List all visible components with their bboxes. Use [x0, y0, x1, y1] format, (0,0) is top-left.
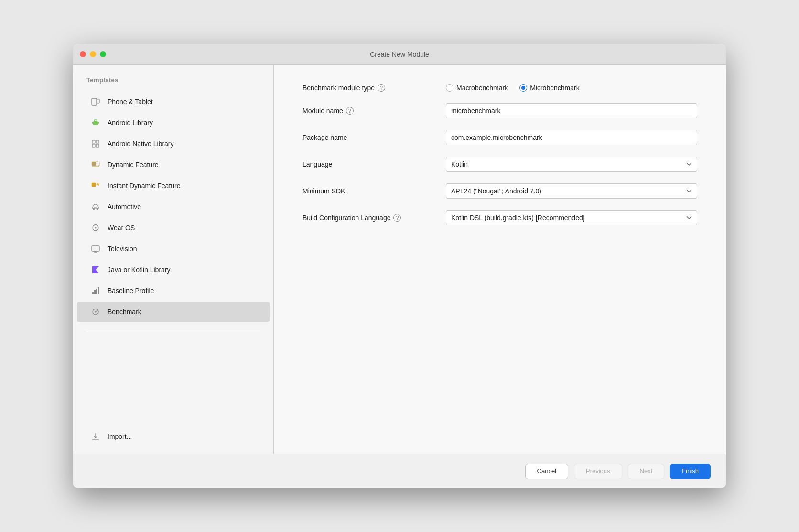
benchmark-module-type-row: Benchmark module type ? Macrobenchmark M…	[302, 84, 697, 92]
svg-point-3	[97, 120, 97, 121]
sidebar-item-android-native-library[interactable]: Android Native Library	[77, 134, 270, 154]
package-name-input[interactable]	[446, 130, 697, 145]
module-name-row: Module name ?	[302, 103, 697, 118]
sidebar-item-label: Java or Kotlin Library	[108, 266, 171, 274]
close-button[interactable]	[80, 51, 86, 57]
dialog-footer: Cancel Previous Next Finish	[73, 454, 726, 488]
svg-rect-23	[94, 290, 96, 294]
minimum-sdk-row: Minimum SDK API 24 ("Nougat"; Android 7.…	[302, 183, 697, 199]
svg-rect-22	[92, 292, 94, 294]
svg-rect-4	[93, 121, 98, 125]
svg-rect-8	[96, 140, 99, 143]
module-name-label: Module name ?	[302, 107, 436, 115]
package-name-label: Package name	[302, 134, 436, 141]
maximize-button[interactable]	[100, 51, 106, 57]
sidebar-item-label: Wear OS	[108, 224, 135, 232]
build-config-label: Build Configuration Language ?	[302, 214, 436, 222]
sidebar-item-label: Instant Dynamic Feature	[108, 182, 181, 190]
title-bar: Create New Module	[73, 44, 726, 65]
svg-rect-11	[92, 162, 96, 166]
sidebar: Templates Phone & Tablet	[73, 65, 274, 454]
dynamic-feature-icon	[90, 160, 101, 170]
sidebar-item-import[interactable]: Import...	[77, 426, 270, 453]
svg-marker-21	[92, 266, 99, 273]
build-config-select[interactable]: Kotlin DSL (build.gradle.kts) [Recommend…	[446, 210, 697, 225]
svg-point-2	[94, 120, 95, 121]
svg-rect-18	[95, 230, 97, 231]
benchmark-module-type-help-icon[interactable]: ?	[378, 84, 385, 92]
sidebar-item-label: Dynamic Feature	[108, 161, 159, 169]
previous-button[interactable]: Previous	[574, 464, 622, 479]
television-icon	[90, 244, 101, 254]
next-button[interactable]: Next	[628, 464, 665, 479]
sidebar-item-television[interactable]: Television	[77, 239, 270, 259]
sidebar-item-label: Television	[108, 245, 137, 253]
macrobenchmark-radio-circle	[446, 84, 453, 92]
svg-rect-24	[96, 289, 97, 294]
sidebar-item-wear-os[interactable]: Wear OS	[77, 218, 270, 238]
sidebar-item-benchmark[interactable]: Benchmark	[77, 302, 270, 322]
svg-rect-0	[92, 98, 97, 105]
svg-rect-7	[92, 140, 95, 143]
minimize-button[interactable]	[90, 51, 96, 57]
benchmark-icon	[90, 307, 101, 317]
window-controls	[80, 51, 106, 57]
sidebar-item-label: Android Native Library	[108, 140, 174, 148]
sidebar-item-phone-tablet[interactable]: Phone & Tablet	[77, 92, 270, 112]
minimum-sdk-label: Minimum SDK	[302, 187, 436, 195]
svg-rect-17	[95, 224, 97, 225]
svg-rect-6	[98, 122, 99, 124]
sidebar-title: Templates	[73, 76, 273, 91]
android-library-icon	[90, 117, 101, 128]
sidebar-item-dynamic-feature[interactable]: Dynamic Feature	[77, 155, 270, 175]
sidebar-item-label: Benchmark	[108, 308, 141, 316]
svg-rect-12	[96, 162, 99, 166]
benchmark-module-type-label: Benchmark module type ?	[302, 84, 436, 92]
sidebar-item-label: Baseline Profile	[108, 287, 154, 295]
svg-rect-9	[92, 144, 95, 147]
main-content: Benchmark module type ? Macrobenchmark M…	[274, 65, 726, 454]
svg-point-19	[95, 227, 97, 229]
benchmark-module-type-radio-group: Macrobenchmark Microbenchmark	[446, 84, 580, 92]
svg-rect-13	[92, 183, 96, 187]
automotive-icon	[90, 202, 101, 212]
module-name-input[interactable]	[446, 103, 697, 118]
build-config-row: Build Configuration Language ? Kotlin DS…	[302, 210, 697, 225]
sidebar-item-instant-dynamic-feature[interactable]: Instant Dynamic Feature	[77, 176, 270, 196]
sidebar-item-label: Automotive	[108, 203, 141, 211]
dialog-body: Templates Phone & Tablet	[73, 65, 726, 454]
sidebar-item-label: Android Library	[108, 119, 153, 127]
sidebar-item-label: Import...	[108, 433, 132, 440]
baseline-profile-icon	[90, 286, 101, 296]
language-row: Language Kotlin Java	[302, 157, 697, 172]
sidebar-item-automotive[interactable]: Automotive	[77, 197, 270, 217]
native-library-icon	[90, 138, 101, 149]
microbenchmark-radio-option[interactable]: Microbenchmark	[519, 84, 579, 92]
svg-rect-25	[98, 287, 99, 294]
import-icon	[90, 431, 101, 442]
svg-rect-10	[96, 144, 99, 147]
build-config-help-icon[interactable]: ?	[393, 214, 401, 222]
package-name-row: Package name	[302, 130, 697, 145]
cancel-button[interactable]: Cancel	[525, 464, 568, 479]
minimum-sdk-select[interactable]: API 24 ("Nougat"; Android 7.0) API 21 ("…	[446, 183, 697, 199]
macrobenchmark-radio-option[interactable]: Macrobenchmark	[446, 84, 508, 92]
instant-dynamic-icon	[90, 181, 101, 191]
svg-rect-1	[97, 99, 99, 103]
finish-button[interactable]: Finish	[670, 464, 711, 479]
sidebar-item-baseline-profile[interactable]: Baseline Profile	[77, 281, 270, 301]
sidebar-item-android-library[interactable]: Android Library	[77, 113, 270, 133]
module-name-help-icon[interactable]: ?	[346, 107, 354, 115]
language-select[interactable]: Kotlin Java	[446, 157, 697, 172]
svg-rect-5	[92, 122, 93, 124]
wear-os-icon	[90, 223, 101, 233]
sidebar-item-java-kotlin-library[interactable]: Java or Kotlin Library	[77, 260, 270, 280]
phone-tablet-icon	[90, 96, 101, 107]
svg-point-26	[95, 311, 97, 313]
sidebar-item-label: Phone & Tablet	[108, 98, 153, 106]
kotlin-library-icon	[90, 265, 101, 275]
dialog-title: Create New Module	[370, 51, 429, 58]
microbenchmark-radio-circle	[519, 84, 527, 92]
language-label: Language	[302, 160, 436, 168]
svg-rect-20	[92, 246, 99, 251]
